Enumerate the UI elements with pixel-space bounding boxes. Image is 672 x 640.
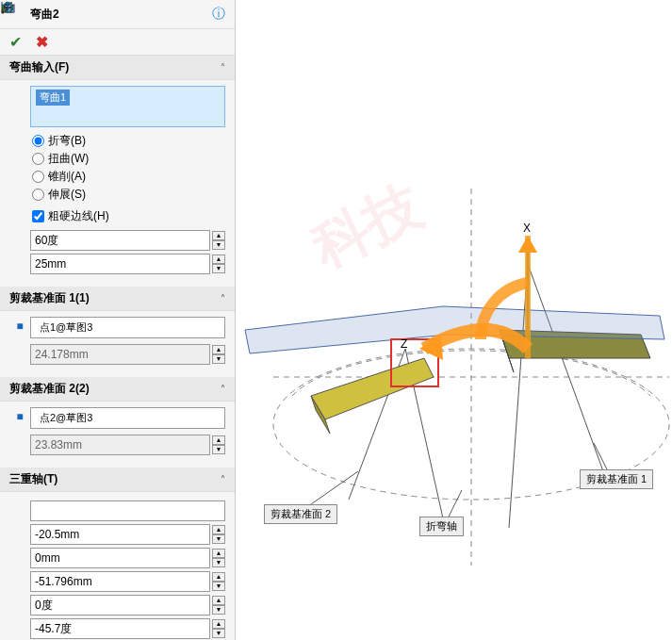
triad-rx-input[interactable] (30, 595, 210, 615)
section-header-trim1[interactable]: 剪裁基准面 1(1) ˄ (0, 287, 235, 311)
radio-stretch[interactable]: 伸展(S) (32, 187, 225, 203)
flex-type-radios: 折弯(B) 扭曲(W) 锥削(A) 伸展(S) (32, 133, 225, 203)
spin-down[interactable]: ▼ (212, 558, 225, 567)
section-body-triad: x ▲▼ y ▲▼ z ▲▼ x ▲▼ y ▲▼ z ▲▼ (0, 492, 235, 640)
svg-text:z: z (5, 5, 8, 11)
spin-down[interactable]: ▼ (212, 582, 225, 591)
axis-label-z: Z (401, 337, 407, 351)
radio-bend[interactable]: 折弯(B) (32, 133, 225, 149)
chevron-up-icon: ˄ (221, 384, 225, 394)
section-title: 剪裁基准面 2(2) (9, 381, 221, 397)
action-row: ✔ ✖ (0, 29, 235, 56)
section-header-trim2[interactable]: 剪裁基准面 2(2) ˄ (0, 377, 235, 402)
trim2-distance-input (30, 435, 210, 455)
trim1-distance-input (30, 344, 210, 365)
callout-trim1[interactable]: 剪裁基准面 1 (580, 469, 653, 489)
radio-taper[interactable]: 锥削(A) (32, 169, 225, 185)
panel-title: 弯曲2 (30, 7, 212, 23)
body-selection-box[interactable]: 弯曲1 (30, 86, 225, 127)
spin-up[interactable]: ▲ (212, 254, 225, 264)
model-preview (236, 0, 672, 640)
svg-line-24 (311, 471, 358, 504)
radio-twist-input[interactable] (32, 153, 44, 165)
cancel-button[interactable]: ✖ (36, 34, 48, 50)
radio-taper-input[interactable] (32, 171, 44, 183)
selection-item: 弯曲1 (36, 90, 70, 106)
svg-line-25 (448, 490, 462, 518)
spin-down[interactable]: ▼ (212, 240, 225, 250)
point-icon: ■ (9, 407, 30, 423)
spin-up[interactable]: ▲ (212, 525, 225, 534)
spin-down[interactable]: ▼ (212, 605, 225, 615)
selection-item: 点2@草图3 (36, 411, 96, 424)
point-icon: ■ (9, 317, 30, 333)
radio-stretch-input[interactable] (32, 189, 44, 201)
spin-up[interactable]: ▲ (212, 619, 225, 629)
angle-input[interactable] (30, 230, 210, 251)
svg-line-26 (594, 443, 608, 471)
triad-origin-input[interactable] (30, 501, 225, 521)
spin-up[interactable]: ▲ (212, 549, 225, 558)
radius-input[interactable] (30, 254, 210, 274)
callout-trim2[interactable]: 剪裁基准面 2 (264, 504, 337, 524)
graphics-viewport[interactable]: 科技 空 (236, 0, 672, 640)
radio-bend-input[interactable] (32, 135, 44, 147)
spin-down[interactable]: ▼ (212, 354, 225, 364)
chevron-up-icon: ˄ (221, 474, 225, 484)
body-select-icon (9, 86, 30, 89)
chevron-up-icon: ˄ (221, 293, 225, 304)
selection-item: 点1@草图3 (36, 320, 96, 334)
radio-twist[interactable]: 扭曲(W) (32, 151, 225, 167)
spin-up[interactable]: ▲ (212, 435, 225, 445)
spin-up[interactable]: ▲ (212, 231, 225, 240)
hard-edges-input[interactable] (32, 210, 44, 222)
triad-x-input[interactable] (30, 524, 210, 545)
section-title: 剪裁基准面 1(1) (9, 290, 221, 306)
section-body-trim1: ■ 点1@草图3 D ▲▼ (0, 311, 235, 377)
spin-down[interactable]: ▼ (212, 445, 225, 454)
ok-button[interactable]: ✔ (9, 34, 22, 50)
section-body-trim2: ■ 点2@草图3 D ▲▼ (0, 402, 235, 468)
callout-bend-axis[interactable]: 折弯轴 (419, 517, 464, 536)
spin-up[interactable]: ▲ (212, 345, 225, 354)
section-title: 弯曲输入(F) (9, 59, 221, 75)
property-panel: 弯曲2 ⓘ ✔ ✖ 弯曲输入(F) ˄ 弯曲1 折弯(B) 扭曲(W) 锥削(A… (0, 0, 236, 640)
section-header-input[interactable]: 弯曲输入(F) ˄ (0, 56, 235, 80)
triad-z-input[interactable] (30, 571, 210, 592)
spin-down[interactable]: ▼ (212, 629, 225, 638)
spin-down[interactable]: ▼ (212, 534, 225, 544)
radio-label: 伸展(S) (48, 187, 86, 203)
section-title: 三重轴(T) (9, 471, 221, 487)
section-body-input: 弯曲1 折弯(B) 扭曲(W) 锥削(A) 伸展(S) 粗硬边线(H) ▲▼ ▲… (0, 80, 235, 287)
svg-line-15 (528, 264, 603, 471)
radio-label: 折弯(B) (48, 133, 86, 149)
hard-edges-check[interactable]: 粗硬边线(H) (32, 208, 225, 224)
trim2-selection-box[interactable]: 点2@草图3 (30, 407, 225, 429)
check-label: 粗硬边线(H) (48, 208, 109, 224)
help-icon[interactable]: ⓘ (212, 6, 225, 23)
radio-label: 扭曲(W) (48, 151, 89, 167)
trim1-selection-box[interactable]: 点1@草图3 (30, 317, 225, 338)
triad-ry-input[interactable] (30, 618, 210, 639)
axis-label-x: X (523, 222, 531, 235)
section-header-triad[interactable]: 三重轴(T) ˄ (0, 468, 235, 492)
spin-down[interactable]: ▼ (212, 264, 225, 273)
chevron-up-icon: ˄ (221, 62, 225, 73)
triad-y-input[interactable] (30, 548, 210, 568)
panel-header: 弯曲2 ⓘ (0, 0, 235, 29)
spin-up[interactable]: ▲ (212, 572, 225, 582)
radio-label: 锥削(A) (48, 169, 86, 185)
spin-up[interactable]: ▲ (212, 596, 225, 605)
